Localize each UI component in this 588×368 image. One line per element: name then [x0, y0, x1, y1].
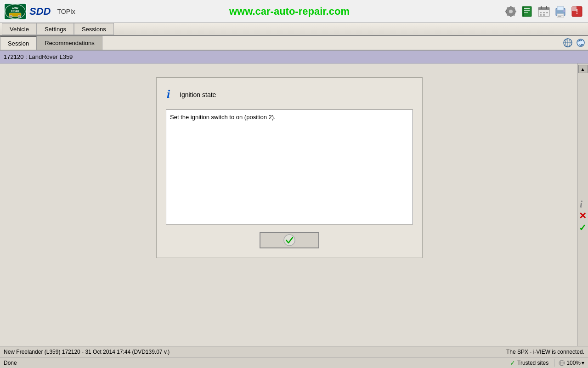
ie-nav-tabs: Vehicle Settings Sessions [0, 23, 588, 36]
topix-label: TOPIx [57, 8, 75, 15]
website-label: www.car-auto-repair.com [229, 6, 350, 17]
trusted-sites-label: Trusted sites [517, 360, 548, 366]
calendar-icon[interactable] [537, 4, 551, 19]
nav-right-icons [562, 37, 588, 48]
done-label: Done [4, 360, 17, 366]
vehicle-tab[interactable]: Vehicle [2, 23, 37, 35]
ignition-dialog: i Ignition state Set the ignition switch… [156, 77, 423, 258]
svg-rect-27 [546, 12, 548, 13]
zoom-arrow[interactable]: ▾ [582, 360, 584, 366]
browserbar: Done ✓ Trusted sites 100% ▾ [0, 357, 588, 368]
svg-rect-31 [557, 6, 564, 10]
recommendations-tab[interactable]: Recommendations [37, 36, 102, 50]
svg-rect-32 [557, 14, 564, 17]
svg-point-7 [509, 10, 513, 13]
cancel-button[interactable]: ✕ [578, 211, 588, 221]
right-info-icon[interactable]: i [578, 199, 588, 209]
svg-rect-28 [540, 14, 542, 16]
svg-point-5 [18, 15, 21, 18]
svg-rect-29 [543, 14, 545, 16]
status-text: New Freelander (L359) 172120 - 31 Oct 20… [4, 349, 170, 355]
network-icon[interactable] [562, 37, 573, 48]
dialog-content: Set the ignition switch to on (position … [166, 109, 413, 224]
dialog-footer [166, 232, 413, 248]
zoom-area: 100% ▾ [554, 359, 584, 367]
print-icon[interactable] [553, 4, 568, 19]
content-area: i Ignition state Set the ignition switch… [0, 63, 577, 368]
settings-tab[interactable]: Settings [37, 23, 74, 35]
confirm-button[interactable] [260, 232, 319, 248]
svg-rect-26 [543, 12, 545, 13]
dialog-title: Ignition state [180, 91, 216, 98]
svg-point-35 [563, 10, 565, 12]
svg-rect-25 [540, 12, 542, 13]
zoom-label: 100% [566, 360, 581, 366]
svg-rect-11 [514, 11, 516, 12]
svg-text:i: i [580, 198, 583, 209]
globe-icon [558, 359, 565, 367]
svg-text:i: i [167, 87, 170, 100]
trusted-check-icon: ✓ [510, 359, 515, 367]
svg-rect-17 [524, 8, 530, 9]
svg-rect-33 [558, 15, 563, 16]
svg-point-4 [10, 15, 12, 18]
svg-rect-8 [510, 6, 511, 8]
right-panel: ▲ i ✕ ✓ ▼ [577, 63, 588, 368]
svg-text:!: ! [576, 8, 578, 15]
book-icon[interactable] [520, 4, 535, 19]
sessions-tab[interactable]: Sessions [74, 23, 114, 35]
svg-rect-9 [510, 15, 511, 17]
statusbar: New Freelander (L359) 172120 - 31 Oct 20… [0, 346, 588, 357]
session-tab[interactable]: Session [0, 36, 37, 50]
toolbar: LAND ROVER SDD TOPIx www.car-auto-repair… [0, 0, 588, 23]
info-icon: i [166, 87, 176, 102]
dialog-header: i Ignition state [166, 87, 413, 102]
svg-rect-19 [524, 12, 528, 13]
navbar: Session Recommendations [0, 36, 588, 51]
toolbar-icons: ! [503, 4, 584, 19]
warning-icon[interactable]: ! [570, 4, 584, 19]
svg-rect-34 [558, 16, 561, 17]
trusted-sites-area: ✓ Trusted sites 100% ▾ [510, 359, 584, 367]
sdd-label: SDD [29, 6, 51, 17]
main-content: 172120 : LandRover L359 i Ignition state [0, 51, 588, 368]
svg-text:ROVER: ROVER [11, 10, 19, 12]
svg-rect-23 [541, 6, 542, 9]
svg-rect-20 [523, 6, 524, 17]
svg-rect-18 [524, 10, 530, 11]
dialog-message: Set the ignition switch to on (position … [170, 114, 276, 121]
svg-rect-10 [505, 11, 508, 12]
settings-icon[interactable] [503, 4, 518, 19]
session-breadcrumb: 172120 : LandRover L359 [0, 51, 588, 63]
status-connection: The SPX - i-VIEW is connected. [506, 349, 584, 355]
land-rover-logo: LAND ROVER [4, 3, 27, 20]
svg-rect-24 [546, 6, 547, 9]
scroll-up-button[interactable]: ▲ [578, 65, 588, 73]
accept-button[interactable]: ✓ [578, 223, 588, 233]
logo-area: LAND ROVER SDD TOPIx [4, 3, 75, 20]
svg-text:LAND: LAND [12, 6, 18, 9]
breadcrumb-text: 172120 : LandRover L359 [4, 53, 73, 60]
svg-rect-22 [538, 7, 549, 10]
refresh-icon[interactable] [575, 37, 586, 48]
svg-point-45 [284, 235, 295, 246]
